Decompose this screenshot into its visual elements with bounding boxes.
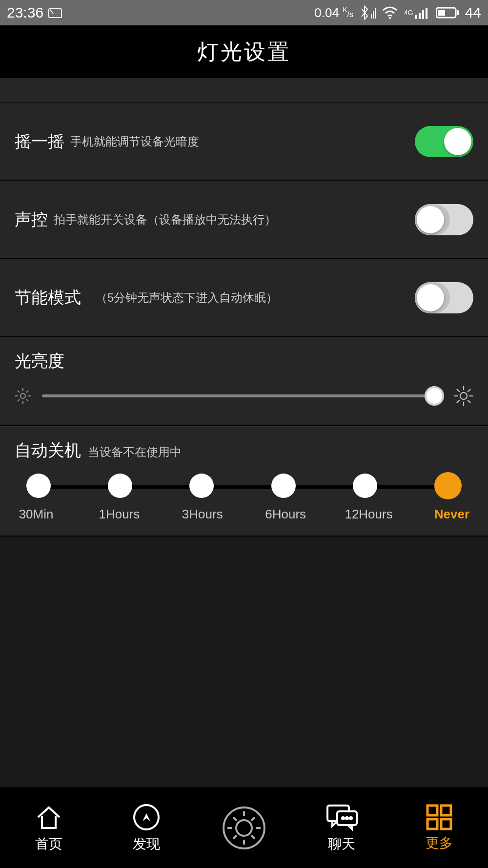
autooff-label-2: 3Hours (178, 507, 227, 522)
brightness-thumb[interactable] (425, 386, 444, 406)
setting-shake-toggle[interactable] (415, 126, 473, 157)
grid-icon (426, 804, 453, 831)
setting-sound-sub: 拍手就能开关设备（设备播放中无法执行） (54, 212, 276, 227)
wifi-icon (382, 6, 398, 19)
nav-more[interactable]: 更多 (390, 787, 488, 868)
svg-rect-3 (375, 8, 376, 19)
svg-rect-7 (422, 10, 424, 19)
svg-point-45 (350, 817, 352, 819)
autooff-option-3[interactable] (271, 474, 296, 498)
brightness-low-icon (15, 388, 31, 404)
svg-point-32 (236, 820, 252, 836)
autooff-option-2[interactable] (189, 474, 214, 498)
svg-line-26 (457, 389, 460, 392)
setting-sound-row: 声控 拍手就能开关设备（设备播放中无法执行） (0, 181, 488, 259)
light-icon (221, 805, 267, 851)
svg-rect-10 (457, 10, 459, 15)
svg-line-29 (468, 389, 470, 392)
nav-home[interactable]: 首页 (0, 787, 98, 868)
svg-rect-5 (415, 15, 417, 19)
nav-discover[interactable]: 发现 (98, 787, 195, 868)
status-battery-text: 44 (465, 4, 481, 21)
page-header: 灯光设置 (0, 25, 488, 78)
autooff-sub: 当设备不在使用中 (88, 444, 182, 460)
autooff-block: 自动关机 当设备不在使用中 30Min 1Hours 3Hours 6Hours… (0, 426, 488, 537)
battery-icon (436, 6, 459, 19)
svg-rect-8 (426, 8, 427, 19)
setting-eco-toggle[interactable] (415, 282, 473, 313)
setting-shake-sub: 手机就能调节设备光暗度 (70, 134, 199, 149)
autooff-label-1: 1Hours (95, 507, 143, 522)
svg-line-18 (26, 399, 28, 401)
autooff-option-0[interactable] (26, 474, 51, 498)
brightness-slider[interactable] (42, 394, 443, 397)
setting-eco-sub: （5分钟无声状态下进入自动休眠） (96, 290, 278, 306)
setting-sound-toggle[interactable] (415, 204, 473, 235)
setting-sound-title: 声控 (15, 208, 48, 231)
autooff-option-5[interactable] (434, 472, 462, 499)
setting-shake-row: 摇一摇 手机就能调节设备光暗度 (0, 103, 488, 181)
chat-icon (325, 803, 359, 832)
autooff-option-1[interactable] (108, 474, 132, 498)
svg-line-28 (457, 400, 460, 403)
setting-eco-title: 节能模式 (15, 287, 81, 309)
autooff-label-0: 30Min (12, 507, 61, 522)
svg-rect-46 (427, 806, 437, 815)
svg-rect-47 (441, 806, 451, 815)
section-gap (0, 78, 488, 103)
setting-shake-title: 摇一摇 (15, 130, 64, 153)
autooff-labels: 30Min 1Hours 3Hours 6Hours 12Hours Never (12, 507, 476, 522)
autooff-label-4: 12Hours (345, 507, 393, 522)
brightness-high-icon (454, 386, 473, 406)
signal-icon: 4G (404, 6, 430, 19)
svg-rect-6 (419, 13, 421, 19)
svg-line-27 (468, 400, 470, 403)
brightness-block: 光亮度 (0, 337, 488, 426)
svg-rect-49 (441, 819, 451, 829)
screenshot-icon (48, 7, 62, 19)
svg-point-43 (342, 817, 344, 819)
bottom-nav: 首页 发现 聊天 更多 (0, 787, 488, 868)
svg-rect-1 (371, 14, 372, 19)
nav-discover-label: 发现 (133, 835, 160, 853)
status-net-speed: 0.04 K/s (314, 5, 353, 21)
svg-line-20 (26, 391, 28, 393)
nav-chat[interactable]: 聊天 (293, 787, 390, 868)
svg-line-38 (251, 835, 255, 839)
svg-line-37 (233, 817, 237, 821)
autooff-label-3: 6Hours (261, 507, 310, 522)
svg-point-12 (20, 393, 25, 398)
nav-more-label: 更多 (426, 834, 453, 852)
status-time: 23:36 (7, 4, 43, 21)
svg-line-19 (18, 399, 20, 401)
svg-rect-48 (427, 819, 437, 829)
autooff-title: 自动关机 (15, 439, 81, 462)
svg-point-4 (389, 17, 391, 19)
svg-point-44 (346, 817, 348, 819)
bluetooth-icon (359, 5, 376, 20)
svg-rect-2 (373, 11, 374, 19)
nav-light[interactable] (195, 787, 293, 868)
home-icon (34, 803, 63, 832)
svg-rect-11 (438, 10, 445, 16)
brightness-title: 光亮度 (15, 350, 473, 372)
compass-icon (132, 803, 161, 832)
autooff-stepper[interactable] (26, 474, 462, 503)
svg-line-40 (251, 817, 255, 821)
svg-line-39 (233, 835, 237, 839)
autooff-label-5: Never (427, 507, 476, 522)
page-title: 灯光设置 (197, 38, 291, 66)
svg-line-17 (18, 391, 20, 393)
nav-chat-label: 聊天 (328, 835, 355, 853)
nav-home-label: 首页 (35, 835, 62, 853)
status-bar: 23:36 0.04 K/s 4G 44 (0, 0, 488, 25)
setting-eco-row: 节能模式 （5分钟无声状态下进入自动休眠） (0, 259, 488, 337)
autooff-option-4[interactable] (353, 474, 377, 498)
svg-point-21 (460, 393, 467, 399)
